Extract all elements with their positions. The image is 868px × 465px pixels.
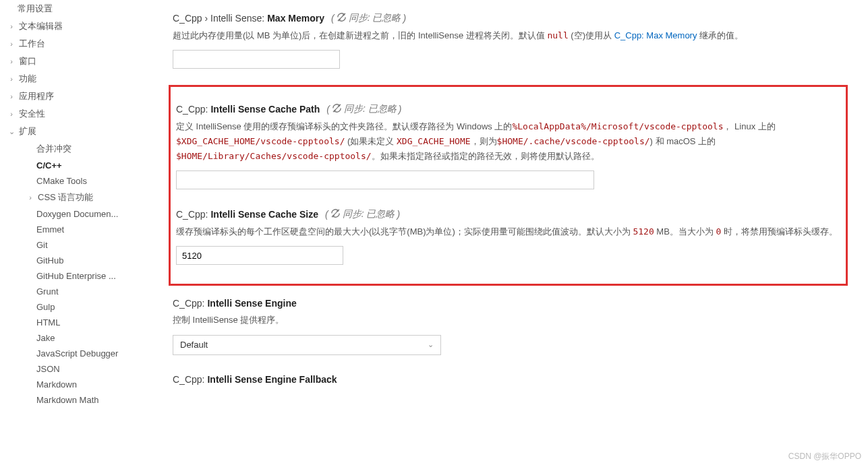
sidebar-item[interactable]: Git	[4, 237, 148, 253]
setting-cache-path: C_Cpp: Intelli Sense Cache Path ( 同步: 已忽…	[172, 91, 844, 196]
sidebar-item[interactable]: ⌄扩展	[4, 123, 148, 140]
sidebar-item-label: JavaScript Debugger	[36, 348, 118, 359]
code-literal: %LocalAppData%/Microsoft/vscode-cpptools	[512, 121, 723, 131]
sidebar-item-label: 功能	[19, 73, 36, 85]
setting-link[interactable]: C_Cpp: Max Memory	[614, 30, 697, 40]
sidebar-item-label: GitHub	[36, 255, 63, 266]
code-literal: $HOME/Library/Caches/vscode-cpptools/	[176, 151, 372, 161]
setting-title: C_Cpp: Intelli Sense Engine	[173, 298, 844, 309]
engine-select[interactable]: Default ⌄	[173, 335, 441, 355]
sidebar-item-label: GitHub Enterprise ...	[36, 271, 116, 281]
sidebar-item[interactable]: Gulp	[4, 299, 148, 315]
sidebar-item-label: 合并冲突	[36, 143, 71, 155]
chevron-right-icon: ›	[7, 92, 16, 100]
setting-title: C_Cpp › Intelli Sense: Max Memory ( 同步: …	[173, 12, 844, 24]
chevron-down-icon: ⌄	[428, 340, 434, 349]
sync-label: 同步: 已忽略	[343, 208, 395, 220]
setting-description: 超过此内存使用量(以 MB 为单位)后，在创建新进程之前，旧的 IntelliS…	[173, 28, 844, 43]
setting-prefix: C_Cpp:	[176, 209, 208, 220]
sidebar-item-label: 常用设置	[18, 3, 53, 15]
sync-ignored-badge: ( 同步: 已忽略)	[325, 208, 400, 220]
sidebar-item[interactable]: Emmet	[4, 222, 148, 237]
chevron-right-icon: ›	[7, 40, 16, 48]
setting-prefix: C_Cpp:	[173, 374, 204, 385]
watermark: CSDN @振华OPPO	[788, 451, 861, 462]
sync-label: 同步: 已忽略	[349, 12, 401, 24]
sidebar-item[interactable]: ›文本编辑器	[4, 18, 148, 35]
sync-ignored-badge: ( 同步: 已忽略)	[326, 103, 401, 115]
sidebar-item-label: HTML	[36, 317, 60, 328]
sidebar-item-label: CMake Tools	[36, 176, 87, 186]
sidebar-item[interactable]: ›窗口	[4, 53, 148, 70]
code-literal: $XDG_CACHE_HOME/vscode-cpptools/	[176, 136, 345, 146]
code-literal: $HOME/.cache/vscode-cpptools/	[497, 136, 650, 146]
sidebar-item[interactable]: Markdown	[4, 377, 148, 392]
sidebar-item-label: Markdown Math	[36, 395, 98, 405]
setting-title: C_Cpp: Intelli Sense Cache Path ( 同步: 已忽…	[176, 103, 840, 115]
chevron-right-icon: ›	[7, 22, 16, 30]
sidebar-item[interactable]: 常用设置	[4, 0, 148, 18]
setting-max-memory: C_Cpp › Intelli Sense: Max Memory ( 同步: …	[169, 0, 848, 75]
sidebar-item-label: Emmet	[36, 224, 64, 235]
sidebar-item-label: Grunt	[36, 286, 59, 297]
setting-title: C_Cpp: Intelli Sense Cache Size ( 同步: 已忽…	[176, 208, 840, 220]
setting-description: 定义 IntelliSense 使用的缓存预编译标头的文件夹路径。默认缓存路径为…	[176, 119, 840, 164]
chevron-right-icon: ›	[7, 57, 16, 65]
code-literal: 5120	[633, 226, 654, 237]
chevron-right-icon: ›	[7, 75, 16, 83]
setting-name: Intelli Sense Cache Size	[210, 209, 318, 220]
setting-name: Intelli Sense Engine Fallback	[207, 374, 337, 385]
sidebar-item-label: JSON	[36, 364, 60, 374]
sidebar-item[interactable]: Markdown Math	[4, 392, 148, 408]
setting-engine: C_Cpp: Intelli Sense Engine 控制 IntelliSe…	[169, 286, 848, 361]
setting-description: 缓存预编译标头的每个工作区硬盘空间的最大大小(以兆字节(MB)为单位)；实际使用…	[176, 224, 840, 239]
sidebar-item[interactable]: ›功能	[4, 70, 148, 88]
select-value: Default	[180, 340, 208, 350]
sidebar-item[interactable]: 合并冲突	[4, 140, 148, 158]
setting-cache-size: C_Cpp: Intelli Sense Cache Size ( 同步: 已忽…	[172, 196, 844, 272]
setting-engine-fallback: C_Cpp: Intelli Sense Engine Fallback	[169, 362, 848, 392]
cache-size-input[interactable]	[176, 246, 343, 265]
sidebar-item[interactable]: JSON	[4, 361, 148, 377]
max-memory-input[interactable]	[173, 50, 340, 69]
chevron-down-icon: ⌄	[7, 127, 16, 136]
setting-name: Intelli Sense Cache Path	[210, 104, 320, 115]
sidebar-item[interactable]: ›应用程序	[4, 88, 148, 105]
sidebar-item[interactable]: C/C++	[4, 158, 148, 173]
setting-prefix: C_Cpp › Intelli Sense:	[173, 13, 264, 24]
sidebar-item-label: 文本编辑器	[19, 20, 63, 32]
code-literal: null	[547, 30, 568, 40]
sidebar-item[interactable]: ›CSS 语言功能	[4, 189, 148, 206]
sync-off-icon	[332, 103, 342, 115]
setting-description: 控制 IntelliSense 提供程序。	[173, 313, 844, 328]
highlighted-settings-group: C_Cpp: Intelli Sense Cache Path ( 同步: 已忽…	[169, 85, 848, 286]
settings-sidebar: 常用设置›文本编辑器›工作台›窗口›功能›应用程序›安全性⌄扩展合并冲突C/C+…	[0, 0, 152, 465]
chevron-right-icon: ›	[26, 193, 35, 202]
sidebar-item-label: Jake	[36, 333, 55, 343]
sidebar-item[interactable]: Jake	[4, 330, 148, 346]
sidebar-item[interactable]: GitHub Enterprise ...	[4, 268, 148, 284]
sidebar-item[interactable]: JavaScript Debugger	[4, 346, 148, 361]
chevron-right-icon: ›	[7, 110, 16, 118]
sidebar-item-label: Git	[36, 240, 48, 250]
sidebar-item[interactable]: Grunt	[4, 284, 148, 299]
setting-title: C_Cpp: Intelli Sense Engine Fallback	[173, 374, 844, 385]
setting-prefix: C_Cpp:	[176, 104, 208, 115]
sidebar-item[interactable]: HTML	[4, 315, 148, 330]
sync-off-icon	[330, 208, 341, 220]
sidebar-item-label: 窗口	[19, 55, 36, 67]
sidebar-item-label: 应用程序	[19, 90, 54, 102]
sidebar-item-label: 工作台	[19, 38, 45, 50]
sidebar-item[interactable]: Doxygen Documen...	[4, 206, 148, 222]
sidebar-item-label: Gulp	[36, 302, 55, 312]
sync-ignored-badge: ( 同步: 已忽略)	[331, 12, 406, 24]
sidebar-item[interactable]: CMake Tools	[4, 173, 148, 189]
cache-path-input[interactable]	[176, 170, 594, 189]
sidebar-item[interactable]: ›工作台	[4, 35, 148, 53]
sidebar-item-label: Doxygen Documen...	[36, 209, 118, 219]
sidebar-item[interactable]: ›安全性	[4, 105, 148, 123]
sidebar-item-label: Markdown	[36, 379, 77, 390]
sidebar-item[interactable]: GitHub	[4, 253, 148, 268]
sidebar-item-label: 安全性	[19, 108, 45, 120]
sync-off-icon	[337, 12, 347, 24]
